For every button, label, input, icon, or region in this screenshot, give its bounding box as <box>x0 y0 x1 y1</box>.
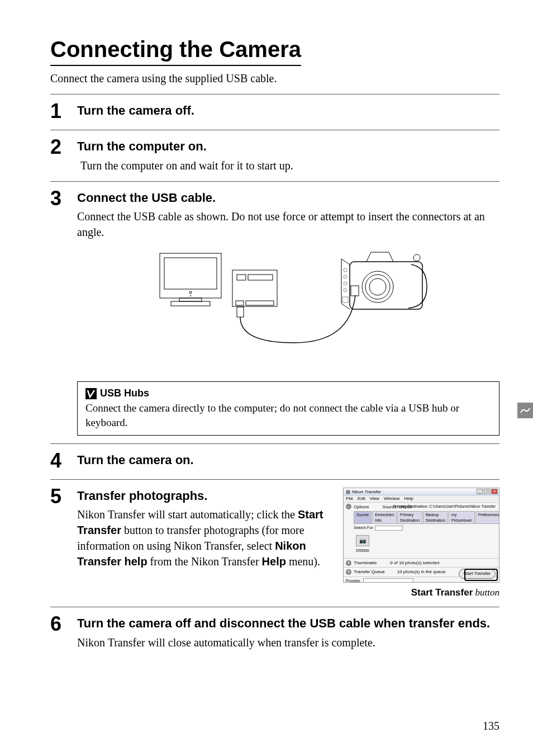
usb-connection-illustration <box>77 248 499 358</box>
menu-file[interactable]: File <box>346 495 353 502</box>
step-number-3: 3 <box>50 188 77 209</box>
page-title: Connecting the Camera <box>50 34 301 66</box>
svg-rect-2 <box>179 298 202 301</box>
step-1: 1 Turn the camera off. <box>50 94 499 130</box>
step-3-body: Connect the USB cable as shown. Do not u… <box>77 209 499 240</box>
thumbnails-label: Thumbnails <box>354 560 377 566</box>
svg-rect-9 <box>236 301 244 305</box>
step-2-heading: Turn the computer on. <box>77 138 499 155</box>
svg-point-21 <box>344 289 347 292</box>
step-1-heading: Turn the camera off. <box>77 102 499 120</box>
page-number: 135 <box>483 718 499 734</box>
camera-icon: 📷 <box>356 535 369 546</box>
highlight-outline <box>464 569 498 581</box>
tab-picturetown[interactable]: my Picturetown <box>449 511 475 525</box>
maximize-button[interactable]: □ <box>484 489 491 494</box>
svg-rect-1 <box>164 258 217 289</box>
tab-preferences[interactable]: Preferences <box>475 511 499 525</box>
process-label: Process <box>346 578 360 583</box>
svg-point-18 <box>344 268 347 272</box>
svg-rect-22 <box>342 297 348 303</box>
step-6: 6 Turn the camera off and disconnect the… <box>50 607 499 658</box>
expand-icon[interactable]: + <box>346 560 351 566</box>
screenshot-caption: Start Transfer button <box>343 586 499 599</box>
step-3-heading: Connect the USB cable. <box>77 190 499 207</box>
options-label: Options <box>354 504 369 510</box>
svg-point-17 <box>413 254 420 261</box>
app-logo-icon <box>346 490 350 494</box>
svg-point-19 <box>344 275 347 278</box>
step-2: 2 Turn the computer on. Turn the compute… <box>50 130 499 181</box>
step-number-5: 5 <box>50 486 77 507</box>
step-5-heading: Transfer photographs. <box>77 488 332 505</box>
expand-icon[interactable]: + <box>346 569 351 575</box>
svg-point-4 <box>189 291 192 294</box>
window-title: Nikon Transfer <box>352 489 381 495</box>
svg-rect-10 <box>246 301 274 305</box>
intro-text: Connect the camera using the supplied US… <box>50 70 499 86</box>
menu-view[interactable]: View <box>370 495 379 502</box>
note-heading: USB Hubs <box>100 386 149 400</box>
tab-backup-destination[interactable]: Backup Destination <box>423 511 448 525</box>
progress-bar <box>363 578 413 582</box>
side-tab-icon <box>517 403 533 418</box>
warning-icon <box>85 388 97 399</box>
step-number-6: 6 <box>50 614 77 634</box>
thumbnails-status: 0 of 10 photo(s) selected <box>390 560 439 566</box>
svg-rect-7 <box>237 275 246 280</box>
step-4: 4 Turn the camera on. <box>50 443 499 479</box>
svg-point-20 <box>344 282 347 285</box>
menu-window[interactable]: Window <box>384 495 399 502</box>
svg-rect-3 <box>171 301 210 306</box>
svg-rect-23 <box>85 388 97 399</box>
search-label: Search For <box>354 525 373 531</box>
minimize-button[interactable]: _ <box>477 489 483 494</box>
queue-status: 10 photo(s) in the queue <box>397 569 446 575</box>
search-input[interactable] <box>375 526 403 531</box>
tab-primary-destination[interactable]: Primary Destination <box>397 511 422 525</box>
step-number-1: 1 <box>50 101 77 121</box>
step-5: 5 Transfer photographs. Nikon Transfer w… <box>50 479 499 607</box>
close-button[interactable]: × <box>491 489 498 494</box>
destination-label: Primary Destination: C:\Users\User\Pictu… <box>393 504 496 509</box>
menu-help[interactable]: Help <box>404 495 413 502</box>
device-item[interactable]: 📷 D5000 <box>354 535 372 554</box>
step-6-heading: Turn the camera off and disconnect the U… <box>77 615 499 632</box>
nikon-transfer-screenshot: Nikon Transfer _ □ × File Edit View Wind… <box>343 488 499 583</box>
svg-rect-12 <box>351 286 359 296</box>
tab-source[interactable]: Source <box>354 511 372 525</box>
tab-embedded-info[interactable]: Embedded Info <box>372 511 397 525</box>
collapse-icon[interactable]: – <box>346 504 351 509</box>
step-2-body: Turn the computer on and wait for it to … <box>80 158 499 173</box>
menu-edit[interactable]: Edit <box>358 495 365 502</box>
step-number-2: 2 <box>50 137 77 157</box>
step-3: 3 Connect the USB cable. Connect the USB… <box>50 181 499 374</box>
step-number-4: 4 <box>50 451 77 471</box>
queue-label: Transfer Queue <box>354 569 385 575</box>
step-5-body: Nikon Transfer will start automatically;… <box>77 507 332 569</box>
note-body: Connect the camera directly to the compu… <box>85 401 491 431</box>
svg-point-16 <box>369 278 386 295</box>
svg-point-14 <box>362 271 393 303</box>
svg-rect-8 <box>248 275 273 280</box>
device-name: D5000 <box>354 547 372 554</box>
usb-hubs-note: USB Hubs Connect the camera directly to … <box>77 381 499 435</box>
svg-rect-11 <box>237 307 244 317</box>
step-6-body: Nikon Transfer will close automatically … <box>77 635 499 650</box>
svg-point-5 <box>190 295 191 296</box>
step-4-heading: Turn the camera on. <box>77 452 499 469</box>
